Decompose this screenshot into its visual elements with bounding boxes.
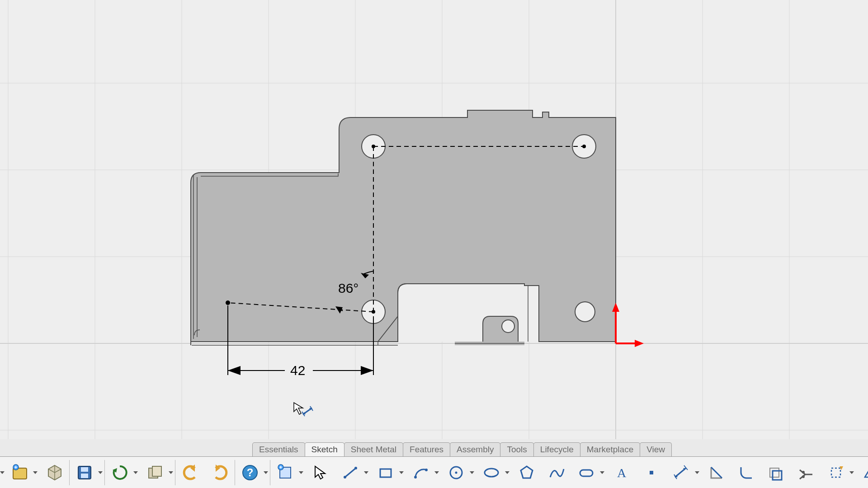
new-sketch-icon xyxy=(10,464,28,482)
dimension-button[interactable] xyxy=(666,460,702,485)
tab-tools[interactable]: Tools xyxy=(500,442,533,456)
line-button[interactable] xyxy=(335,460,371,485)
trim-button[interactable] xyxy=(791,460,821,485)
dropdown-arrow-icon xyxy=(695,471,699,474)
svg-point-33 xyxy=(226,300,230,305)
line-icon xyxy=(341,464,359,482)
dropdown-arrow-icon xyxy=(434,471,439,474)
tab-essentials[interactable]: Essentials xyxy=(252,442,305,456)
dropdown-arrow-icon xyxy=(264,471,268,474)
fillet-button[interactable] xyxy=(731,460,761,485)
ribbon-tabs: EssentialsSketchSheet MetalFeaturesAssem… xyxy=(0,439,868,456)
offset-button[interactable] xyxy=(761,460,791,485)
redo-button[interactable] xyxy=(205,460,235,485)
dropdown-arrow-icon xyxy=(505,471,509,474)
dropdown-arrow-icon xyxy=(399,471,404,474)
dropdown-arrow-icon xyxy=(849,471,854,474)
construction-icon xyxy=(827,464,845,482)
rectangle-icon xyxy=(377,464,395,482)
redo-icon xyxy=(211,464,229,482)
arc-button[interactable] xyxy=(406,460,441,485)
dropdown-arrow-icon xyxy=(169,471,173,474)
save-button[interactable] xyxy=(70,460,105,485)
toolbar xyxy=(0,456,868,488)
mirror-icon xyxy=(862,464,868,482)
spline-button[interactable] xyxy=(542,460,571,485)
dropdown-arrow-icon xyxy=(299,471,303,474)
tab-sheet-metal[interactable]: Sheet Metal xyxy=(344,442,403,456)
sync-icon xyxy=(111,464,129,482)
chamfer-button[interactable] xyxy=(702,460,731,485)
select-button[interactable] xyxy=(306,460,335,485)
svg-point-29 xyxy=(502,320,514,333)
text-button[interactable] xyxy=(607,460,637,485)
dropdown-arrow-icon xyxy=(98,471,103,474)
undo-icon xyxy=(181,464,199,482)
help-icon xyxy=(241,464,259,482)
tab-sketch[interactable]: Sketch xyxy=(305,442,344,456)
tab-features[interactable]: Features xyxy=(403,442,450,456)
component-options-button[interactable] xyxy=(140,460,175,485)
select-icon xyxy=(311,464,330,482)
ellipse-button[interactable] xyxy=(476,460,512,485)
construction-button[interactable] xyxy=(821,460,856,485)
circle-button[interactable] xyxy=(441,460,476,485)
origin-triad xyxy=(612,303,644,347)
feature-view-button[interactable] xyxy=(40,460,70,485)
dropdown-arrow-icon xyxy=(600,471,604,474)
angle-dimension[interactable]: 86° xyxy=(338,281,359,296)
tab-assembly[interactable]: Assembly xyxy=(450,442,500,456)
fillet-icon xyxy=(737,464,755,482)
dropdown-arrow-icon xyxy=(364,471,368,474)
save-icon xyxy=(75,464,94,482)
svg-marker-41 xyxy=(361,366,373,375)
text-icon xyxy=(613,464,631,482)
chamfer-icon xyxy=(708,464,726,482)
spline-icon xyxy=(547,464,566,482)
dimension-icon xyxy=(672,464,690,482)
sheet-metal-part[interactable] xyxy=(191,110,616,345)
offset-icon xyxy=(767,464,785,482)
undo-button[interactable] xyxy=(175,460,205,485)
polygon-icon xyxy=(518,464,536,482)
dropdown-arrow-icon xyxy=(470,471,474,474)
slot-icon xyxy=(577,464,595,482)
sync-button[interactable] xyxy=(105,460,140,485)
rectangle-button[interactable] xyxy=(371,460,406,485)
dropdown-arrow-icon xyxy=(33,471,38,474)
tab-lifecycle[interactable]: Lifecycle xyxy=(533,442,580,456)
tab-marketplace[interactable]: Marketplace xyxy=(580,442,641,456)
mirror-button[interactable] xyxy=(856,460,868,485)
new-sketch-button[interactable] xyxy=(5,460,40,485)
dropdown-arrow-icon xyxy=(133,471,138,474)
arc-icon xyxy=(412,464,430,482)
point-icon xyxy=(642,464,660,482)
component-options-icon xyxy=(146,464,164,482)
tab-view[interactable]: View xyxy=(640,442,672,456)
toolbar-dropdown[interactable] xyxy=(0,460,5,485)
length-dimension-value[interactable]: 42 xyxy=(290,363,305,378)
slot-button[interactable] xyxy=(571,460,607,485)
model-canvas[interactable]: 86° 42 xyxy=(0,0,868,439)
help-button[interactable] xyxy=(235,460,270,485)
circle-icon xyxy=(447,464,465,482)
feature-view-icon xyxy=(46,464,64,482)
svg-point-28 xyxy=(575,302,595,322)
svg-marker-40 xyxy=(228,366,241,375)
new-sketch-plane-button[interactable] xyxy=(270,460,306,485)
trim-icon xyxy=(797,464,815,482)
polygon-button[interactable] xyxy=(512,460,542,485)
svg-marker-45 xyxy=(635,340,644,347)
point-button[interactable] xyxy=(637,460,666,485)
new-sketch-plane-icon xyxy=(276,464,294,482)
ellipse-icon xyxy=(482,464,500,482)
